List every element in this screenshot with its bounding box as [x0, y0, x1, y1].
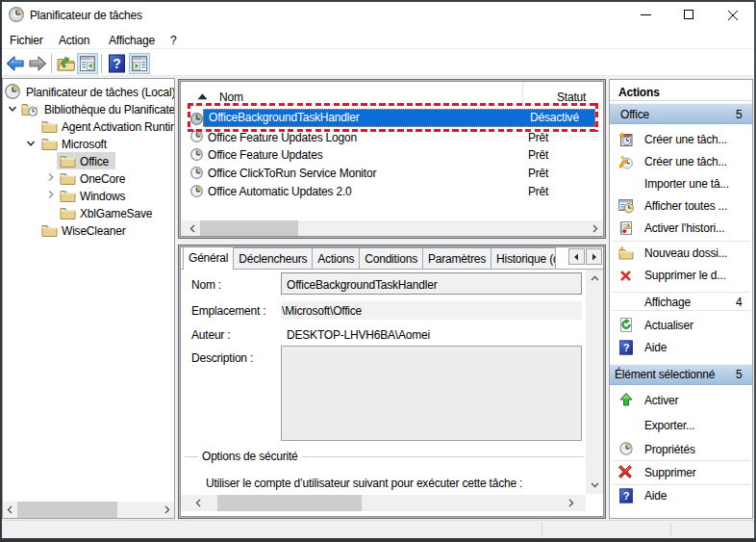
svg-text:?: ? — [623, 490, 630, 502]
svg-text:?: ? — [623, 342, 630, 353]
svg-text:?: ? — [113, 56, 120, 71]
